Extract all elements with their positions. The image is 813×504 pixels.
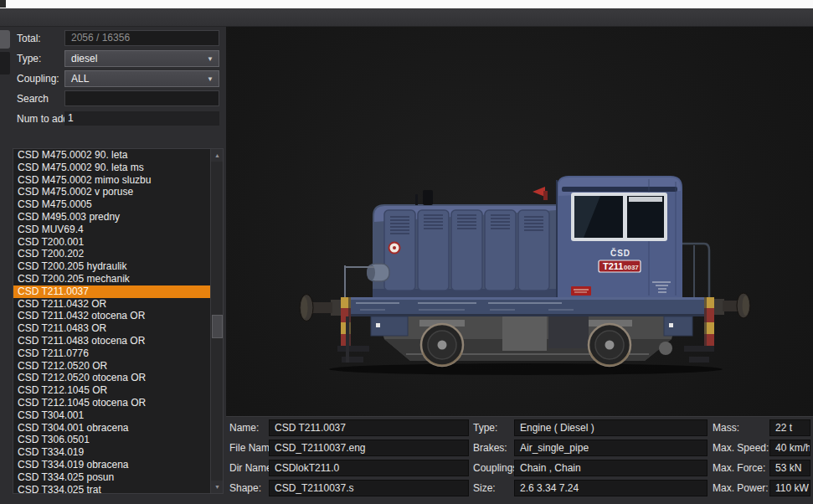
scrollbar-thumb[interactable] xyxy=(212,315,223,338)
list-item[interactable]: CSD T200.202 xyxy=(13,248,211,260)
handrail-rear xyxy=(682,244,709,297)
buffer-rear xyxy=(714,293,750,318)
list-item[interactable]: CSD T334.025 trat xyxy=(13,484,211,494)
list-item[interactable]: CSD T212.1045 otocena OR xyxy=(13,397,211,409)
list-item[interactable]: CSD T334.025 posun xyxy=(13,471,211,484)
fuel-tank xyxy=(548,316,589,348)
type-label: Type: xyxy=(17,53,41,64)
list-item[interactable]: CSD T304.001 obracena xyxy=(13,422,211,435)
plate-series-text: T211 xyxy=(603,261,623,271)
left-panel: Total: 2056 / 16356 Type: diesel ▼ Coupl… xyxy=(0,27,226,504)
details-label: Mass: xyxy=(713,419,739,436)
details-field[interactable]: 110 kW xyxy=(769,480,810,496)
battery-box-left xyxy=(371,316,408,336)
gearbox-panel xyxy=(502,316,547,351)
details-field[interactable]: 53 kN xyxy=(769,460,810,476)
list-item[interactable]: CSD T211.0483 OR xyxy=(13,322,211,335)
road-name-marking: ČSD xyxy=(610,248,630,258)
scroll-down-button[interactable]: ▼ xyxy=(211,481,224,493)
details-row: Max. Speed:40 km/h xyxy=(226,440,813,456)
cab-window xyxy=(571,193,667,241)
coupling-dropdown[interactable]: ALL ▼ xyxy=(64,70,219,87)
list-item[interactable]: CSD T211.0776 xyxy=(13,347,211,360)
buffer-front xyxy=(300,295,341,321)
plate-number-text: 0037 xyxy=(624,264,639,271)
list-scrollbar[interactable]: ▲ ▼ xyxy=(210,149,223,493)
coupling-dropdown-value: ALL xyxy=(71,73,89,85)
list-item[interactable]: CSD T211.0483 otocena OR xyxy=(13,335,211,347)
chevron-down-icon: ▼ xyxy=(207,76,214,83)
list-item[interactable]: CSD T306.0501 xyxy=(13,434,211,446)
num-to-add-label: Num to add xyxy=(17,113,69,125)
type-dropdown[interactable]: diesel ▼ xyxy=(64,50,219,67)
buffer-beam-rear xyxy=(704,297,714,346)
wheel-right xyxy=(589,324,630,366)
details-panel: Name:CSD T211.0037File Name:CSD_T2110037… xyxy=(226,416,813,504)
battery-box-right xyxy=(664,316,692,336)
menu-bar xyxy=(0,8,813,27)
app-window: Total: 2056 / 16356 Type: diesel ▼ Coupl… xyxy=(0,0,813,504)
window-icon xyxy=(0,0,6,8)
collapsed-side-tab-2[interactable] xyxy=(0,52,10,75)
coupling-label: Coupling: xyxy=(17,73,59,85)
list-item[interactable]: CSD T200.001 xyxy=(13,236,211,249)
type-dropdown-value: diesel xyxy=(71,53,97,64)
total-field: 2056 / 16356 xyxy=(64,30,219,46)
details-label: Max. Speed: xyxy=(713,440,769,456)
details-row: Max. Force:53 kN xyxy=(226,460,813,476)
wheel-left xyxy=(421,324,463,366)
builder-plate xyxy=(571,286,591,296)
number-plate: T211 0037 xyxy=(599,260,641,272)
list-item[interactable]: CSD T200.205 hydraulik xyxy=(13,260,211,273)
list-item[interactable]: CSD T211.0432 OR xyxy=(13,298,211,311)
vent-pipe xyxy=(415,194,418,205)
list-items: CSD M475.0002 90. letaCSD M475.0002 90. … xyxy=(13,149,211,494)
window-top-strip xyxy=(0,0,813,8)
frame xyxy=(350,297,714,316)
num-to-add-input[interactable]: 1 xyxy=(64,111,219,126)
details-row: Mass:22 t xyxy=(226,419,813,436)
list-item[interactable]: CSD T334.019 obracena xyxy=(13,459,211,471)
list-item[interactable]: CSD T200.205 mechanik xyxy=(13,273,211,285)
details-row: Max. Power:110 kW xyxy=(226,480,813,496)
list-item[interactable]: CSD T211.0037 xyxy=(13,285,211,298)
list-item[interactable]: CSD M475.0002 90. leta ms xyxy=(13,162,211,174)
list-item[interactable]: CSD MUV69.4 xyxy=(13,224,211,236)
details-label: Max. Power: xyxy=(713,480,769,496)
list-item[interactable]: CSD M475.0005 xyxy=(13,198,211,211)
list-item[interactable]: CSD M475.0002 v poruse xyxy=(13,186,211,198)
total-label: Total: xyxy=(17,33,41,44)
ground-shadow xyxy=(329,363,723,375)
frame-top-edge xyxy=(350,297,714,300)
chevron-down-icon: ▼ xyxy=(207,56,214,63)
list-item[interactable]: CSD M475.0002 90. leta xyxy=(13,149,211,162)
search-label: Search xyxy=(17,93,49,105)
brake-cylinder xyxy=(659,342,672,355)
details-field[interactable]: 22 t xyxy=(769,419,810,436)
list-item[interactable]: CSD T334.019 xyxy=(13,446,211,459)
list-item[interactable]: CSD T304.001 xyxy=(13,409,211,422)
preview-3d-viewport[interactable]: ČSD T211 0037 xyxy=(226,27,813,504)
csd-roundel xyxy=(389,243,400,254)
list-item[interactable]: CSD T212.1045 OR xyxy=(13,384,211,397)
search-input[interactable] xyxy=(64,90,219,106)
list-item[interactable]: CSD T212.0520 OR xyxy=(13,360,211,373)
list-item[interactable]: CSD T211.0432 otocena OR xyxy=(13,310,211,322)
horn xyxy=(533,187,548,200)
scroll-up-button[interactable]: ▲ xyxy=(211,149,224,162)
collapsed-side-tab-1[interactable] xyxy=(0,30,10,49)
list-item[interactable]: CSD T212.0520 otocena OR xyxy=(13,372,211,384)
steps-rear xyxy=(684,346,714,363)
hood-doors xyxy=(384,210,549,291)
list-item[interactable]: CSD M495.003 predny xyxy=(13,211,211,224)
list-item[interactable]: CSD M475.0002 mimo sluzbu xyxy=(13,174,211,187)
exhaust-stack xyxy=(423,190,433,205)
details-label: Max. Force: xyxy=(713,460,765,476)
details-field[interactable]: 40 km/h xyxy=(769,440,810,456)
locomotive-render: ČSD T211 0037 xyxy=(297,163,754,377)
rolling-stock-list[interactable]: CSD M475.0002 90. letaCSD M475.0002 90. … xyxy=(13,148,224,494)
